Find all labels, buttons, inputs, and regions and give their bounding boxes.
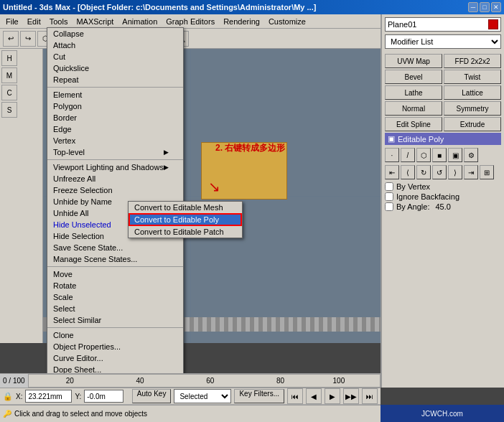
menu-quickslice[interactable]: Quickslice [47,62,183,74]
lathe-btn[interactable]: Lathe [385,85,442,100]
settings-icon-btn[interactable]: ⚙ [464,148,478,162]
menu-toplevel[interactable]: Top-level▶ [47,146,183,158]
menu-maxscript[interactable]: MAXScript [72,16,118,27]
play-all-button[interactable]: ⏭ [362,388,378,404]
submenu-editable-mesh[interactable]: Convert to Editable Mesh [129,202,242,213]
prev-frame-button[interactable]: ◀ [306,388,322,404]
lattice-btn[interactable]: Lattice [444,85,501,100]
menu-tools[interactable]: Tools [45,16,73,27]
menu-border[interactable]: Border [47,112,183,123]
editspline-btn[interactable]: Edit Spline [385,117,442,131]
menu-file[interactable]: File [1,16,23,27]
menu-collapse[interactable]: Collapse [47,28,183,39]
menu-scale[interactable]: Scale [47,291,183,303]
menu-element[interactable]: Element [47,89,183,100]
menu-clone[interactable]: Clone [47,329,183,341]
mini-sidebar: H M C S [0,49,43,343]
lock-icon: 🔒 [3,392,13,401]
menu-graph-editors[interactable]: Graph Editors [162,16,219,27]
selected-dropdown[interactable]: Selected [174,389,231,403]
normal-btn[interactable]: Normal [385,101,442,116]
menu-attach[interactable]: Attach [47,39,183,51]
nav-btn-3[interactable]: ↻ [416,165,431,179]
coord-y-input[interactable] [84,390,123,403]
by-angle-label: By Angle: [396,202,429,211]
menu-animation[interactable]: Animation [118,16,162,27]
maximize-button[interactable]: □ [480,2,490,12]
play-back-button[interactable]: ⏮ [287,388,303,404]
ignore-backfacing-label: Ignore Backfacing [396,192,459,201]
editable-poly-label: Editable Poly [398,135,444,144]
twist-btn[interactable]: Twist [444,70,501,84]
element-icon-btn[interactable]: ▣ [448,148,462,162]
menu-viewport-lighting[interactable]: Viewport Lighting and Shadows▶ [47,161,183,173]
menu-vertex[interactable]: Vertex [47,135,183,146]
modifier-list-row: Modifier List [385,34,501,51]
play-button[interactable]: ▶ [325,388,340,404]
menu-select[interactable]: Select [47,303,183,314]
timeline-80: 80 [276,377,284,385]
menu-object-properties[interactable]: Object Properties... [47,341,183,352]
next-frame-button[interactable]: ▶▶ [343,388,359,404]
coord-x-input[interactable] [25,390,72,403]
menu-move[interactable]: Move [47,268,183,280]
bevel-btn[interactable]: Bevel [385,70,442,84]
nav-btn-4[interactable]: ↺ [432,165,447,179]
by-angle-checkbox[interactable] [385,202,393,211]
menu-polygon[interactable]: Polygon [47,100,183,112]
btn-row-5: Edit Spline Extrude [385,117,501,131]
polygon-icon-btn[interactable]: ■ [432,148,447,162]
btn-row-1: UVW Map FFD 2x2x2 [385,54,501,68]
timeline-bar[interactable]: 20 40 60 80 100 [28,374,381,388]
timeline-40: 40 [136,377,144,385]
symmetry-btn[interactable]: Symmetry [444,101,501,116]
redo-button[interactable]: ↪ [20,31,36,47]
nav-btn-1[interactable]: ⇤ [385,165,399,179]
nav-btn-7[interactable]: ⊞ [480,165,494,179]
key-filters-button[interactable]: Key Filters... [234,389,284,403]
expand-icon: ▣ [388,134,395,144]
menu-select-similar[interactable]: Select Similar [47,314,183,326]
menu-customize[interactable]: Customize [264,16,310,27]
nav-btn-5[interactable]: ⟩ [448,165,462,179]
menu-edit[interactable]: Edit [23,16,45,27]
menu-rotate[interactable]: Rotate [47,280,183,291]
menu-cut[interactable]: Cut [47,51,183,62]
title-bar-text: Untitled - 3ds Max - [Object Folder: c:\… [3,3,316,11]
sidebar-btn-2[interactable]: M [1,67,17,83]
modifier-list-select[interactable]: Modifier List [385,34,501,49]
nav-btn-2[interactable]: ⟨ [401,165,415,179]
by-vertex-checkbox[interactable] [385,182,393,191]
menu-edge[interactable]: Edge [47,123,183,135]
edge-icon-btn[interactable]: / [401,148,415,162]
by-angle-value: 45.0 [435,202,450,211]
extrude-btn[interactable]: Extrude [444,117,501,131]
by-angle-row: By Angle: 45.0 [385,202,501,211]
menu-repeat[interactable]: Repeat [47,74,183,85]
red-arrow-icon: ↘ [208,178,220,195]
menu-save-scene[interactable]: Save Scene State... [47,242,183,253]
nav-btn-6[interactable]: ⇥ [464,165,478,179]
menu-rendering[interactable]: Rendering [219,16,264,27]
vertex-icon-btn[interactable]: · [385,148,399,162]
object-color-swatch[interactable] [488,19,498,29]
close-button[interactable]: ✕ [491,2,501,12]
menu-curve-editor[interactable]: Curve Editor... [47,352,183,364]
menu-unfreeze-all[interactable]: Unfreeze All [47,173,183,184]
ffd-btn[interactable]: FFD 2x2x2 [444,54,501,68]
ignore-backfacing-checkbox[interactable] [385,192,393,201]
timeline-100: 100 [333,377,345,385]
sidebar-btn-1[interactable]: H [1,50,17,66]
menu-freeze-selection[interactable]: Freeze Selection [47,184,183,196]
timeline-container: 0 / 100 20 40 60 80 100 [0,373,381,388]
submenu-editable-patch[interactable]: Convert to Editable Patch [129,226,242,238]
submenu-editable-poly[interactable]: Convert to Editable Poly [129,213,242,226]
uvwmap-btn[interactable]: UVW Map [385,54,442,68]
menu-manage-scene[interactable]: Manage Scene States... [47,253,183,265]
sidebar-btn-4[interactable]: S [1,102,17,118]
border-icon-btn[interactable]: ⬡ [416,148,431,162]
undo-button[interactable]: ↩ [3,31,19,47]
minimize-button[interactable]: ─ [468,2,478,12]
sidebar-btn-3[interactable]: C [1,85,17,100]
auto-key-button[interactable]: Auto Key [132,389,172,403]
